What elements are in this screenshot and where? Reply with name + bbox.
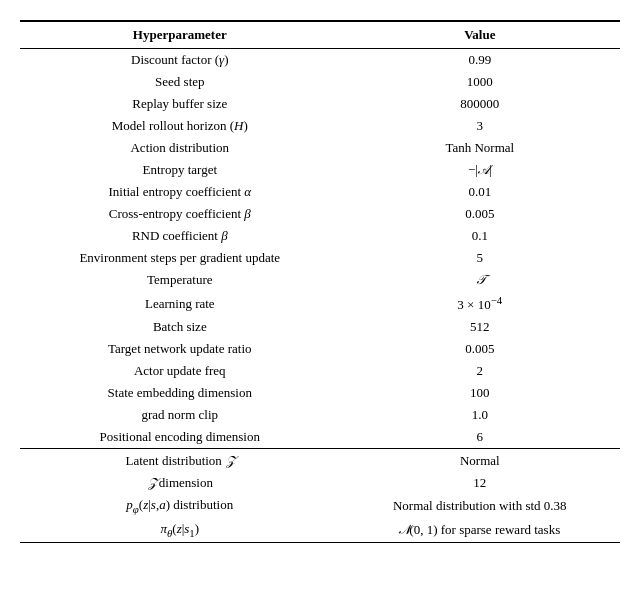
value-cell: 3	[340, 115, 620, 137]
table-row: Initial entropy coefficient α 0.01	[20, 181, 620, 203]
value-cell: 0.005	[340, 203, 620, 225]
table-row: grad norm clip 1.0	[20, 404, 620, 426]
table-row: Cross-entropy coefficient β 0.005	[20, 203, 620, 225]
table-row: Learning rate 3 × 10−4	[20, 291, 620, 316]
value-cell: 12	[340, 472, 620, 494]
table-header-row: Hyperparameter Value	[20, 21, 620, 49]
table-row: Positional encoding dimension 6	[20, 426, 620, 449]
param-cell: grad norm clip	[20, 404, 340, 426]
param-cell: Replay buffer size	[20, 93, 340, 115]
value-cell: 800000	[340, 93, 620, 115]
param-cell: Environment steps per gradient update	[20, 247, 340, 269]
table-row: pφ(z|s,a) distribution Normal distributi…	[20, 494, 620, 518]
table-row: Entropy target −|𝒜|	[20, 159, 620, 181]
value-cell: 2	[340, 360, 620, 382]
value-cell: Normal	[340, 449, 620, 473]
table-row: Latent distribution 𝒵 Normal	[20, 449, 620, 473]
param-cell: Entropy target	[20, 159, 340, 181]
table-row: State embedding dimension 100	[20, 382, 620, 404]
table-row: Model rollout horizon (H) 3	[20, 115, 620, 137]
param-cell: πθ(z|s1)	[20, 518, 340, 542]
param-cell: Learning rate	[20, 291, 340, 316]
table-row: Seed step 1000	[20, 71, 620, 93]
table-row: RND coefficient β 0.1	[20, 225, 620, 247]
param-cell: Action distribution	[20, 137, 340, 159]
value-cell: 0.01	[340, 181, 620, 203]
value-cell: 0.005	[340, 338, 620, 360]
value-cell: Tanh Normal	[340, 137, 620, 159]
param-cell: Discount factor (γ)	[20, 49, 340, 72]
table-row: Temperature 𝒯	[20, 269, 620, 291]
table-row: Discount factor (γ) 0.99	[20, 49, 620, 72]
param-cell: Initial entropy coefficient α	[20, 181, 340, 203]
param-cell: RND coefficient β	[20, 225, 340, 247]
table-row: Replay buffer size 800000	[20, 93, 620, 115]
table-row: Batch size 512	[20, 316, 620, 338]
param-cell: Seed step	[20, 71, 340, 93]
hyperparameter-table: Hyperparameter Value Discount factor (γ)…	[20, 20, 620, 543]
value-cell: 1000	[340, 71, 620, 93]
table-row: Environment steps per gradient update 5	[20, 247, 620, 269]
value-cell: 𝒯	[340, 269, 620, 291]
table-row: Target network update ratio 0.005	[20, 338, 620, 360]
col-header-value: Value	[340, 21, 620, 49]
table-row: Action distribution Tanh Normal	[20, 137, 620, 159]
param-cell: Cross-entropy coefficient β	[20, 203, 340, 225]
value-cell: −|𝒜|	[340, 159, 620, 181]
param-cell: Temperature	[20, 269, 340, 291]
param-cell: Latent distribution 𝒵	[20, 449, 340, 473]
table-row: 𝒵 dimension 12	[20, 472, 620, 494]
table-row: Actor update freq 2	[20, 360, 620, 382]
param-cell: Target network update ratio	[20, 338, 340, 360]
value-cell: 100	[340, 382, 620, 404]
col-header-hyperparameter: Hyperparameter	[20, 21, 340, 49]
param-cell: Model rollout horizon (H)	[20, 115, 340, 137]
value-cell: Normal distribution with std 0.38	[340, 494, 620, 518]
value-cell: 1.0	[340, 404, 620, 426]
param-cell: Positional encoding dimension	[20, 426, 340, 449]
param-cell: pφ(z|s,a) distribution	[20, 494, 340, 518]
value-cell: 0.1	[340, 225, 620, 247]
param-cell: 𝒵 dimension	[20, 472, 340, 494]
value-cell: 512	[340, 316, 620, 338]
table-row: πθ(z|s1) 𝒩(0, 1) for sparse reward tasks	[20, 518, 620, 542]
table-container: Hyperparameter Value Discount factor (γ)…	[20, 20, 620, 551]
value-cell: 6	[340, 426, 620, 449]
value-cell: 0.99	[340, 49, 620, 72]
param-cell: State embedding dimension	[20, 382, 340, 404]
param-cell: Batch size	[20, 316, 340, 338]
value-cell: 𝒩(0, 1) for sparse reward tasks	[340, 518, 620, 542]
value-cell: 5	[340, 247, 620, 269]
value-cell: 3 × 10−4	[340, 291, 620, 316]
param-cell: Actor update freq	[20, 360, 340, 382]
